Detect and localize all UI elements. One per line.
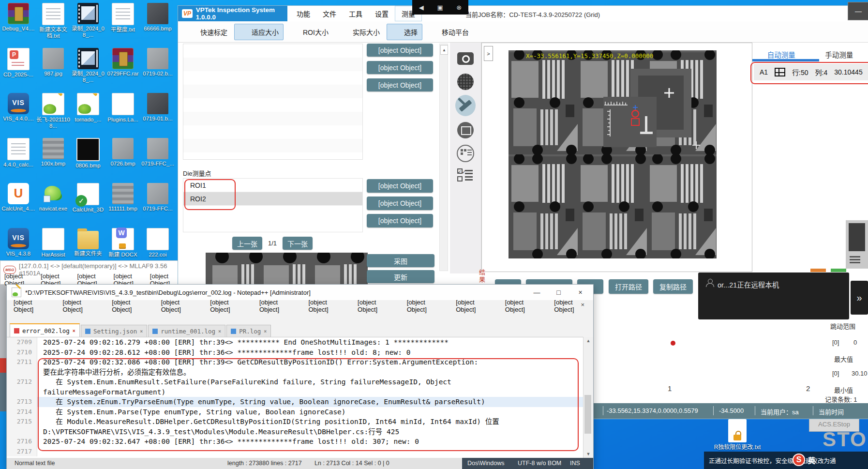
roi-action-button[interactable]: [object Object] xyxy=(367,214,433,227)
list-action-button[interactable]: [object Object] xyxy=(367,78,433,91)
npp-menu-item[interactable]: [object Object] xyxy=(112,299,151,313)
checklist-icon[interactable] xyxy=(455,166,476,185)
npp-menu-item[interactable]: [object Object] xyxy=(407,299,446,313)
desktop-icon[interactable]: 0719-02.b... xyxy=(140,46,175,91)
roi-list-item[interactable]: ROI2 xyxy=(183,192,362,206)
wafer-map-icon[interactable] xyxy=(455,73,476,91)
desktop-icon[interactable]: 0719-FFC... xyxy=(140,181,175,226)
npp-menu-item[interactable]: [object Object] xyxy=(161,299,200,313)
camera-icon[interactable] xyxy=(455,49,476,68)
tab-close-icon[interactable]: × xyxy=(264,329,267,334)
document-tab[interactable]: runtime_001.log × xyxy=(148,325,225,337)
[object Object][interactable] xyxy=(224,314,233,322)
log-line[interactable]: 2709 2025-07-24 09:02:16.279 +08:00 [ERR… xyxy=(7,337,584,348)
tab-close-icon[interactable]: × xyxy=(140,329,143,334)
npp-menu-item[interactable]: [object Object] xyxy=(554,299,593,313)
expand-panel-button[interactable]: > xyxy=(484,46,493,61)
desktop-icon[interactable]: 0719-FFC_... xyxy=(140,136,175,181)
desktop-icon[interactable]: navicat.exe xyxy=(36,181,71,226)
[object Object][interactable] xyxy=(86,314,95,322)
roi-action-button[interactable]: [object Object] xyxy=(367,197,433,210)
remote-action-icon[interactable] xyxy=(809,294,824,308)
[object Object][interactable] xyxy=(44,314,52,322)
vptek-toolbar-button[interactable]: 选择 xyxy=(387,24,422,40)
vptek-menu-item[interactable]: 功能 xyxy=(290,6,316,21)
vptek-menu-item[interactable]: 工具 xyxy=(343,6,369,21)
npp-close-button[interactable]: × xyxy=(569,285,591,300)
desktop-icon[interactable]: 0726.bmp xyxy=(105,136,140,181)
minimize-button[interactable]: — xyxy=(848,2,868,20)
die-thumbnail-image[interactable] xyxy=(206,253,368,285)
desktop-icon[interactable]: 录制_2024_08_... xyxy=(71,1,105,46)
desktop-icon[interactable]: 111111.bmp xyxy=(105,181,140,226)
npp-menu-item[interactable]: [object Object] xyxy=(210,299,249,313)
[object Object][interactable] xyxy=(161,314,169,322)
npp-menu-item[interactable]: [object Object] xyxy=(308,299,347,313)
desktop-icon[interactable]: 100x.bmp xyxy=(36,136,71,181)
desktop-icon[interactable]: tornado_... xyxy=(71,91,105,136)
desktop-icon[interactable]: 987.jpg xyxy=(36,46,71,91)
log-line[interactable]: failureMessageFormatArgument) xyxy=(7,387,584,397)
[object Object][interactable] xyxy=(171,314,180,322)
desktop-icon[interactable]: 66666.bmp xyxy=(140,1,175,46)
[object Object][interactable] xyxy=(129,314,137,322)
copy-path-button[interactable]: 复制路径 xyxy=(653,279,693,294)
remote-more-button[interactable]: » xyxy=(851,281,868,315)
[object Object][interactable] xyxy=(54,314,63,322)
npp-menu-item[interactable]: [object Object] xyxy=(358,299,397,313)
log-line[interactable]: 2710 2025-07-24 09:02:28.612 +08:00 [ERR… xyxy=(7,348,584,358)
open-path-button[interactable]: 打开路径 xyxy=(609,279,648,294)
log-line[interactable]: D:\VPTEKSOFTWARE\VIS\VIS_4.3.9_test\Modu… xyxy=(7,427,584,437)
remote-action-icon[interactable] xyxy=(757,294,772,308)
die-inspection-image[interactable]: X=-33.556161,Y=15.337450,Z=0.000000 xyxy=(509,50,717,258)
notepadpp-titlebar[interactable]: *D:\VPTEKSOFTWARE\VIS\VIS_4.3.9_test\bin… xyxy=(7,285,593,300)
desktop-icon[interactable]: CalcUnit_4.... xyxy=(1,181,36,226)
npp-menu-item[interactable]: [object Object] xyxy=(63,299,102,313)
menu-icon[interactable] xyxy=(850,256,860,257)
security-toast[interactable]: 正通过长期验证书按控，安全级别低建议改为通 xyxy=(704,452,868,469)
npp-menu-item[interactable]: [object Object] xyxy=(505,299,544,313)
log-line[interactable]: 2716 2025-07-24 09:02:32.647 +08:00 [ERR… xyxy=(7,437,584,447)
editor-area[interactable]: 2709 2025-07-24 09:02:16.279 +08:00 [ERR… xyxy=(7,337,584,458)
npp-menu-item[interactable]: [object Object] xyxy=(456,299,495,313)
vptek-menu-item[interactable]: 设置 xyxy=(369,6,395,21)
log-line[interactable]: 2713 在 System.zEnum.TryParseEnum(Type en… xyxy=(7,397,584,407)
recipe-map-icon[interactable] xyxy=(455,144,476,163)
measurement-tab[interactable]: 手动测量 xyxy=(810,49,868,60)
[object Object][interactable] xyxy=(256,314,265,322)
npp-maximize-button[interactable]: □ xyxy=(548,285,569,300)
desktop-icon[interactable]: CD_2025-... xyxy=(1,46,36,91)
vptek-toolbar-button[interactable]: 实际大小 xyxy=(335,24,385,40)
desktop-icon[interactable]: 0806.bmp xyxy=(71,136,105,181)
vptek-toolbar-button[interactable]: ROI大小 xyxy=(285,24,333,40)
measurement-row[interactable]: A1 行:50 列:4 30.10445 xyxy=(754,64,868,80)
[object Object][interactable] xyxy=(150,314,159,322)
prev-image-button[interactable]: 上一张 xyxy=(232,237,262,250)
scroll-up-icon[interactable]: ▲ xyxy=(584,337,593,345)
desktop-icon[interactable]: 4.4.0_calc... xyxy=(1,136,36,181)
[object Object][interactable] xyxy=(107,314,116,322)
panel-close-icon[interactable]: × xyxy=(581,301,584,308)
[object Object][interactable] xyxy=(12,314,20,322)
roi-action-button[interactable]: [object Object] xyxy=(367,179,433,193)
log-line[interactable]: 2717 xyxy=(7,447,584,457)
zoom-minus-bar[interactable] xyxy=(810,269,826,272)
remote-action-icon[interactable] xyxy=(731,294,746,308)
scroll-up-icon[interactable]: ▲ xyxy=(440,45,448,55)
zoom-plus-bar[interactable] xyxy=(831,269,846,272)
[object Object][interactable] xyxy=(267,314,276,322)
list-action-button[interactable]: [object Object] xyxy=(367,61,433,74)
vptek-toolbar-button[interactable]: 适应大小 xyxy=(234,24,284,40)
measurement-tab[interactable]: 自动测量 xyxy=(752,49,810,60)
[object Object][interactable] xyxy=(246,314,254,322)
preview-thumbnail[interactable] xyxy=(849,223,865,251)
vptek-menu-item[interactable]: 文件 xyxy=(316,6,343,21)
desktop-icon[interactable]: 新建文本文档.txt xyxy=(36,1,71,46)
left-panel-scrollbar[interactable]: ▲ xyxy=(439,44,448,271)
roi-list-item[interactable]: ROI1 xyxy=(183,179,362,192)
[object Object][interactable] xyxy=(22,314,31,322)
remote-action-icon[interactable] xyxy=(783,294,798,308)
[object Object][interactable] xyxy=(33,314,42,322)
document-tab[interactable]: Setting.json × xyxy=(81,325,147,337)
[object Object][interactable] xyxy=(139,314,148,322)
